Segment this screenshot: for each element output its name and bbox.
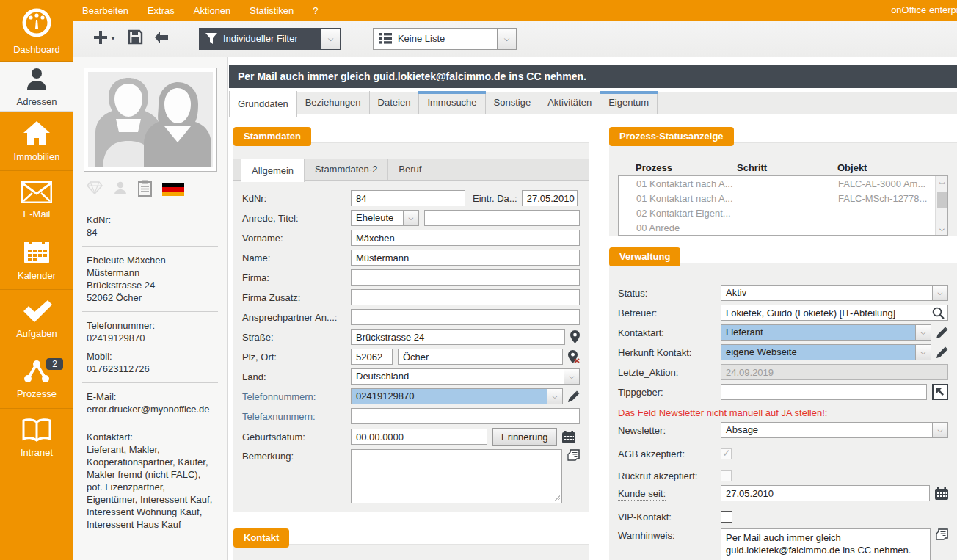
tab-sonstige[interactable]: Sonstige	[486, 91, 540, 114]
filter-dropdown-arrow[interactable]: ⌵	[321, 29, 340, 49]
warnhinweis-textarea[interactable]: Per Mail auch immer gleich guid.lokietek…	[721, 528, 931, 560]
firma-zusatz-input[interactable]	[351, 289, 580, 305]
sidebar-item-kalender[interactable]: Kalender	[0, 230, 73, 290]
list-dropdown-arrow[interactable]: ⌵	[497, 29, 516, 49]
firma-input[interactable]	[351, 269, 580, 286]
subtab-allgemein[interactable]: Allgemein	[241, 159, 305, 182]
assign-arrow-icon[interactable]	[932, 384, 948, 400]
contact-phone-label: Telefonnummer:	[87, 319, 218, 332]
add-button[interactable]: ▼	[92, 29, 116, 48]
chevron-down-icon[interactable]: ⌵	[547, 389, 562, 404]
tab-eigentum[interactable]: Eigentum	[600, 91, 658, 114]
kdnr-input[interactable]: 84	[351, 190, 465, 206]
contact-photo[interactable]	[84, 68, 217, 172]
save-button[interactable]	[128, 29, 143, 48]
sidebar-item-aufgaben[interactable]: Aufgaben	[0, 290, 73, 349]
tab-dateien[interactable]: Dateien	[370, 91, 420, 114]
erinnerung-button[interactable]: Erinnerung	[492, 428, 557, 446]
tab-beziehungen[interactable]: Beziehungen	[297, 91, 370, 114]
scroll-down-icon[interactable]: ⌵	[936, 223, 948, 235]
calendar-picker-icon[interactable]	[562, 431, 575, 443]
diamond-icon	[87, 181, 103, 197]
sidebar-item-dashboard[interactable]: Dashboard	[0, 0, 73, 62]
bemerkung-textarea[interactable]	[351, 449, 562, 503]
tab-immosuche[interactable]: Immosuche	[419, 91, 485, 114]
subtab-stammdaten-2[interactable]: Stammdaten-2	[305, 159, 388, 180]
prozess-listbox[interactable]: 01 Kontaktart nach A... FALC-AL-3000 Am.…	[618, 175, 948, 236]
contact-mobile-value[interactable]: 017623112726	[87, 363, 218, 375]
filter-dropdown[interactable]: Individueller Filter ⌵	[199, 28, 341, 50]
anrede-select[interactable]: Eheleute ⌵	[351, 210, 419, 226]
chevron-down-icon[interactable]: ⌵	[915, 345, 931, 360]
sidebar-item-email[interactable]: E-Mail	[0, 171, 73, 230]
vip-checkbox[interactable]	[721, 511, 732, 523]
agb-label: AGB akzeptiert:	[618, 448, 721, 459]
chevron-down-icon[interactable]: ⌵	[403, 211, 418, 225]
kontaktart-select[interactable]: Lieferant ⌵	[721, 324, 931, 341]
ansprechpartner-input[interactable]	[351, 309, 580, 325]
prozess-row[interactable]: 01 Kontaktart nach A... FALC-AL-3000 Am.…	[619, 176, 947, 191]
sidebar-item-label: Intranet	[21, 447, 53, 458]
strasse-input[interactable]: Brückstrasse 24	[351, 329, 565, 345]
telefaxnummern-input[interactable]	[351, 408, 580, 424]
back-button[interactable]	[153, 31, 170, 47]
edit-pencil-icon[interactable]	[936, 327, 948, 338]
plz-input[interactable]: 52062	[351, 349, 393, 365]
status-label: Status:	[618, 288, 721, 299]
subtab-beruf[interactable]: Beruf	[388, 159, 432, 180]
clipboard-icon[interactable]	[138, 180, 152, 200]
eintr-datum-input[interactable]: 27.05.2010	[522, 190, 578, 206]
herkunft-select[interactable]: eigene Webseite ⌵	[721, 344, 931, 360]
list-dropdown[interactable]: Keine Liste ⌵	[373, 28, 517, 50]
tab-grunddaten[interactable]: Grunddaten	[229, 91, 297, 117]
name-input[interactable]: Müstermann	[351, 250, 580, 266]
scrollbar[interactable]: ⌴ ⌵	[935, 176, 947, 235]
calendar-picker-icon[interactable]	[935, 487, 948, 500]
sidebar-item-immobilien[interactable]: Immobilien	[0, 112, 73, 171]
ort-input[interactable]: Öcher	[398, 349, 563, 365]
rueckruf-checkbox[interactable]	[721, 470, 732, 481]
sidebar-item-intranet[interactable]: Intranet	[0, 409, 73, 468]
notes-icon[interactable]	[936, 528, 948, 540]
menu-statistiken[interactable]: Statistiken	[250, 5, 294, 16]
telefonnummern-select[interactable]: 02419129870 ⌵	[351, 388, 563, 404]
contact-email-value[interactable]: error.drucker@myonoffice.de	[87, 403, 218, 415]
chevron-down-icon[interactable]: ⌵	[915, 325, 931, 340]
kdnr-label: KdNr:	[242, 193, 351, 204]
dashboard-gauge-icon	[21, 7, 53, 39]
notes-icon[interactable]	[567, 449, 580, 461]
newsletter-select[interactable]: Absage ⌵	[721, 422, 948, 438]
menu-help[interactable]: ?	[313, 5, 318, 16]
prozess-row[interactable]: 01 Kontaktart nach A... FALC-MSch-12778.…	[619, 191, 947, 206]
menu-aktionen[interactable]: Aktionen	[194, 5, 231, 16]
tab-aktivitaeten[interactable]: Aktivitäten	[539, 91, 600, 114]
status-select[interactable]: Aktiv ⌵	[721, 285, 948, 301]
tippgeber-input[interactable]	[721, 384, 927, 400]
vorname-input[interactable]: Mäxchen	[351, 230, 580, 246]
edit-pencil-icon[interactable]	[568, 390, 580, 402]
chevron-down-icon[interactable]: ⌵	[932, 286, 947, 300]
menu-extras[interactable]: Extras	[148, 5, 175, 16]
resize-grip[interactable]	[554, 495, 560, 501]
titel-input[interactable]	[424, 210, 580, 226]
prozess-row[interactable]: 00 Anrede	[619, 220, 947, 235]
chevron-down-icon[interactable]: ⌵	[932, 423, 947, 437]
sidebar-item-adressen[interactable]: Adressen	[0, 62, 73, 112]
edit-pencil-icon[interactable]	[936, 346, 948, 358]
map-pin-remove-icon[interactable]	[568, 350, 580, 363]
menu-bearbeiten[interactable]: Bearbeiten	[82, 5, 128, 16]
chevron-down-icon[interactable]: ⌵	[564, 369, 579, 384]
stammdaten-panel: Allgemein Stammdaten-2 Beruf KdNr: 84 Ei…	[233, 142, 589, 512]
scroll-up-icon[interactable]: ⌴	[936, 176, 948, 188]
map-pin-icon[interactable]	[570, 330, 580, 343]
geburtsdatum-input[interactable]: 00.00.0000	[351, 429, 487, 445]
betreuer-field[interactable]: Lokietek, Guido (Lokietek) [IT-Abteilung…	[721, 305, 948, 321]
kunde-seit-input[interactable]: 27.05.2010	[721, 485, 930, 501]
contact-phone-value[interactable]: 02419129870	[87, 332, 218, 344]
sidebar-item-prozesse[interactable]: 2 Prozesse	[0, 349, 73, 409]
newsletter-warning-text: Das Feld Newsletter nicht manuell auf JA…	[618, 407, 948, 418]
sidebar-item-label: E-Mail	[23, 208, 51, 219]
land-select[interactable]: Deutschland ⌵	[351, 368, 580, 385]
prozess-row[interactable]: 02 Kontaktart Eigent...	[619, 206, 947, 220]
scroll-thumb[interactable]	[937, 192, 947, 208]
